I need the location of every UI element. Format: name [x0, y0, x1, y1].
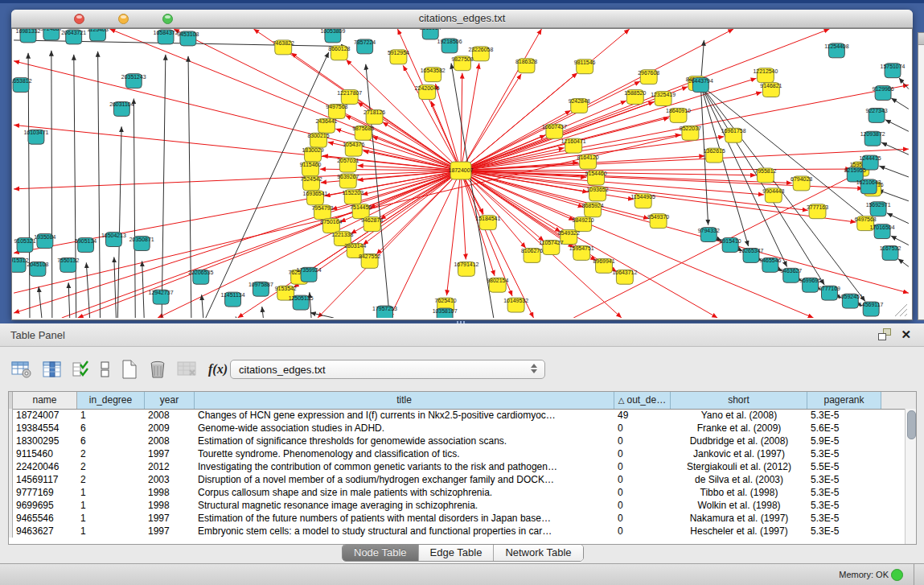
row-selection-icon[interactable] [72, 360, 90, 378]
table-cell[interactable]: 1997 [145, 512, 195, 525]
table-cell[interactable]: 2008 [145, 435, 195, 447]
table-cell[interactable]: Franke et al. (2009) [671, 422, 807, 435]
memory-status-icon[interactable] [891, 569, 903, 581]
table-cell[interactable]: Estimation of significance thresholds fo… [195, 435, 614, 447]
table-cell[interactable]: de Silva et al. (2003) [671, 473, 807, 486]
table-cell[interactable]: 14569117 [13, 473, 77, 486]
close-panel-icon[interactable]: ✕ [901, 328, 911, 340]
table-cell[interactable]: 9463627 [13, 525, 77, 538]
table-cell[interactable]: 1998 [145, 499, 195, 512]
table-cell[interactable]: Corpus callosum shape and size in male p… [195, 486, 614, 499]
tab-node-table[interactable]: Node Table [343, 545, 419, 561]
table-cell[interactable]: 5.3E-5 [807, 409, 881, 422]
table-cell[interactable]: Yano et al. (2008) [671, 409, 807, 422]
table-cell[interactable]: Jankovic et al. (1997) [671, 447, 807, 460]
table-cell[interactable]: 0 [614, 447, 671, 460]
scrollbar-thumb[interactable] [907, 410, 916, 439]
column-header-year[interactable]: year [145, 392, 195, 409]
column-header-in_degree[interactable]: in_degree [77, 392, 145, 409]
table-cell[interactable]: 1 [77, 486, 145, 499]
canvas-resize-grip[interactable] [895, 304, 907, 316]
table-row[interactable]: 2242004622012Investigating the contribut… [9, 460, 905, 473]
table-cell[interactable]: 19384554 [13, 422, 77, 435]
table-row[interactable]: 969969511998Structural magnetic resonanc… [9, 499, 905, 512]
table-cell[interactable]: 1 [77, 512, 145, 525]
table-cell[interactable]: 5.3E-5 [807, 447, 881, 460]
table-selector-dropdown[interactable]: citations_edges.txt [230, 360, 545, 379]
table-cell[interactable]: Stergiakouli et al. (2012) [671, 460, 807, 473]
table-cell[interactable]: 5.3E-5 [807, 525, 881, 538]
table-cell[interactable]: 0 [614, 473, 671, 486]
table-cell[interactable]: Tourette syndrome. Phenomenology and cla… [195, 447, 614, 460]
table-cell[interactable]: 0 [614, 486, 671, 499]
table-cell[interactable]: 1997 [145, 447, 195, 460]
table-cell[interactable]: 2 [77, 460, 145, 473]
table-row[interactable]: 911546021997Tourette syndrome. Phenomeno… [9, 447, 905, 460]
table-cell[interactable]: 5.6E-5 [807, 422, 881, 435]
table-cell[interactable]: 2008 [145, 409, 195, 422]
table-cell[interactable]: Embryonic stem cells: a model to study s… [195, 525, 614, 538]
table-cell[interactable]: 0 [614, 525, 671, 538]
table-cell[interactable]: 18300295 [13, 435, 77, 447]
table-cell[interactable]: 6 [77, 422, 145, 435]
delete-column-icon[interactable] [149, 360, 166, 379]
column-visibility-icon[interactable] [43, 360, 62, 378]
network-window-titlebar[interactable]: citations_edges.txt [11, 10, 913, 28]
table-cell[interactable]: Hescheler et al. (1997) [671, 525, 807, 538]
table-cell[interactable]: 0 [614, 435, 671, 447]
table-cell[interactable]: 1 [77, 409, 145, 422]
table-cell[interactable]: Nakamura et al. (1997) [671, 512, 807, 525]
table-cell[interactable]: 2 [77, 473, 145, 486]
tab-network-table[interactable]: Network Table [494, 545, 582, 561]
table-cell[interactable]: 2012 [145, 460, 195, 473]
tab-edge-table[interactable]: Edge Table [419, 545, 495, 561]
table-cell[interactable]: Disruption of a novel member of a sodium… [195, 473, 614, 486]
table-cell[interactable]: Structural magnetic resonance image aver… [195, 499, 614, 512]
column-header-title[interactable]: title [195, 392, 614, 409]
float-panel-icon[interactable] [878, 328, 891, 340]
table-cell[interactable]: Changes of HCN gene expression and I(f) … [195, 409, 614, 422]
table-cell[interactable]: 5.3E-5 [807, 512, 881, 525]
table-cell[interactable]: 0 [614, 422, 671, 435]
table-cell[interactable]: 9699695 [13, 499, 77, 512]
table-cell[interactable]: 1998 [145, 486, 195, 499]
table-row[interactable]: 946554611997Estimation of the future num… [9, 512, 905, 525]
column-header-pagerank[interactable]: pagerank [807, 392, 881, 409]
table-cell[interactable]: Wolkin et al. (1998) [671, 499, 807, 512]
table-row[interactable]: 946362711997Embryonic stem cells: a mode… [9, 525, 905, 538]
table-cell[interactable]: 2009 [145, 422, 195, 435]
table-mode-icon[interactable] [11, 360, 32, 378]
table-cell[interactable]: 9777169 [13, 486, 77, 499]
table-cell[interactable]: 2003 [145, 473, 195, 486]
table-cell[interactable]: 0 [614, 512, 671, 525]
table-cell[interactable]: 5.3E-5 [807, 499, 881, 512]
table-cell[interactable]: 0 [614, 499, 671, 512]
table-cell[interactable]: Investigating the contribution of common… [195, 460, 614, 473]
table-cell[interactable]: Dudbridge et al. (2008) [671, 435, 807, 447]
table-cell[interactable]: 1 [77, 499, 145, 512]
table-cell[interactable]: 49 [614, 409, 671, 422]
new-column-icon[interactable] [121, 360, 138, 379]
table-cell[interactable]: 5.3E-5 [807, 486, 881, 499]
table-cell[interactable]: 1 [77, 525, 145, 538]
vertical-scrollbar[interactable] [905, 409, 916, 544]
table-cell[interactable]: 2 [77, 447, 145, 460]
clear-selection-icon[interactable] [101, 360, 110, 378]
network-canvas[interactable]: 1872400774638228660128591295423226058982… [11, 28, 913, 320]
table-cell[interactable]: 22420046 [13, 460, 77, 473]
table-cell[interactable]: 5.9E-5 [807, 435, 881, 447]
table-row[interactable]: 1830029562008Estimation of significance … [9, 435, 905, 447]
table-row[interactable]: 1938455462009Genome-wide association stu… [9, 422, 905, 435]
table-row[interactable]: 1872400712008Changes of HCN gene express… [9, 409, 905, 422]
function-builder-icon[interactable]: f(x) [208, 362, 228, 377]
table-cell[interactable]: 5.5E-5 [807, 460, 881, 473]
table-row[interactable]: 1456911722003Disruption of a novel membe… [9, 473, 905, 486]
table-cell[interactable]: 18724007 [13, 409, 77, 422]
column-header-short[interactable]: short [671, 392, 807, 409]
table-cell[interactable]: 1997 [145, 525, 195, 538]
table-cell[interactable]: 5.3E-5 [807, 473, 881, 486]
table-cell[interactable]: 9115460 [13, 447, 77, 460]
table-cell[interactable]: 9465546 [13, 512, 77, 525]
table-cell[interactable]: Genome-wide association studies in ADHD. [195, 422, 614, 435]
table-cell[interactable]: Estimation of the future numbers of pati… [195, 512, 614, 525]
